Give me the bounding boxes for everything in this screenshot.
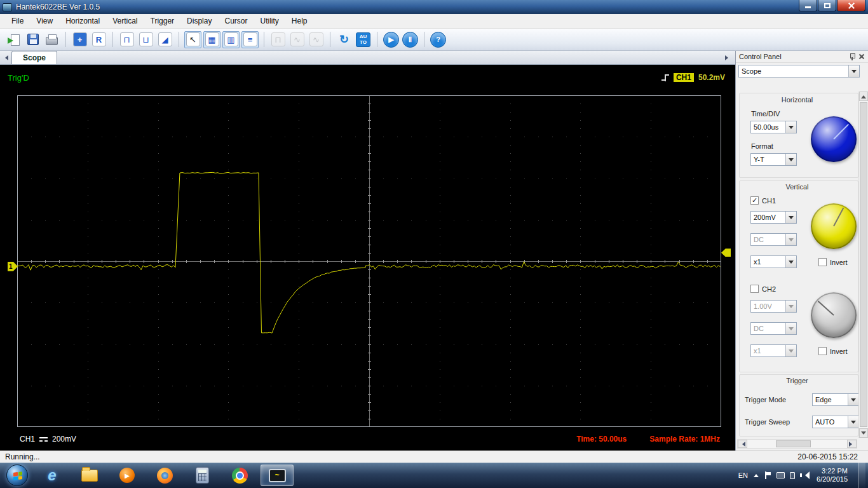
menu-item-view[interactable]: View: [30, 15, 59, 27]
menu-item-trigger[interactable]: Trigger: [144, 15, 181, 27]
chevron-down-icon: [785, 234, 796, 245]
taskbar: EN 3:22 PM 6/20/2015: [0, 463, 868, 488]
scroll-right-button[interactable]: [847, 440, 857, 448]
cursor-tool-button[interactable]: ↖: [184, 31, 201, 48]
minimize-button[interactable]: [799, 0, 817, 11]
print-icon: [46, 37, 58, 45]
square-wave-view-button[interactable]: ⊓: [118, 31, 135, 48]
horizontal-cursors-button[interactable]: ≡: [241, 31, 259, 48]
trigger-mode-value: Edge: [813, 396, 848, 403]
system-tray: EN 3:22 PM 6/20/2015: [738, 463, 867, 488]
pan-view-button[interactable]: +: [71, 31, 88, 48]
autoset-icon: AU TO: [356, 32, 370, 47]
record-button[interactable]: R: [90, 31, 107, 48]
toolbar-separator: [65, 32, 66, 47]
usb-device-icon[interactable]: [790, 472, 795, 479]
format-select[interactable]: Y-T: [750, 153, 797, 166]
menu-item-cursor[interactable]: Cursor: [218, 15, 254, 27]
ch1-volts-knob[interactable]: [811, 203, 857, 249]
autoset-button[interactable]: AU TO: [355, 31, 372, 48]
panel-close-icon[interactable]: [858, 53, 865, 60]
save-file-button[interactable]: [24, 31, 41, 48]
taskbar-firefox[interactable]: [148, 464, 181, 486]
ch2-volts-knob[interactable]: [811, 292, 857, 338]
close-button[interactable]: [837, 0, 865, 11]
scroll-down-button[interactable]: [859, 428, 868, 438]
function-select[interactable]: Scope: [738, 65, 860, 78]
show-desktop-button[interactable]: [858, 463, 865, 488]
taskbar-calculator[interactable]: [186, 464, 219, 486]
vertical-cursors-button[interactable]: ▥: [222, 31, 240, 48]
scrollbar-thumb[interactable]: [860, 102, 867, 427]
trigger-edge-icon: [661, 74, 669, 82]
menu-item-utility[interactable]: Utility: [254, 15, 285, 27]
taskbar-chrome[interactable]: [223, 464, 256, 486]
help-button[interactable]: ?: [430, 31, 447, 48]
ch1-coupling-select: DC: [750, 233, 797, 246]
refresh-button[interactable]: ↻: [336, 31, 353, 48]
scrollbar-thumb[interactable]: [776, 440, 811, 447]
menu-item-vertical[interactable]: Vertical: [106, 15, 144, 27]
tab-scroll-left-button[interactable]: [1, 53, 10, 63]
toolbar-separator: [179, 32, 179, 47]
ch1-volts-select[interactable]: 200mV: [750, 211, 797, 224]
status-text: Running...: [5, 452, 40, 461]
open-file-button[interactable]: [5, 31, 22, 48]
ch1-invert-label: Invert: [830, 259, 848, 266]
ch1-enable-checkbox[interactable]: CH1: [750, 196, 776, 205]
menu-item-display[interactable]: Display: [180, 15, 218, 27]
scroll-up-button[interactable]: [859, 92, 868, 101]
start-button[interactable]: [6, 464, 28, 486]
pause-acquisition-button[interactable]: Ⅱ: [402, 31, 419, 48]
print-button[interactable]: [43, 31, 60, 48]
tray-icons: [764, 471, 808, 479]
ch2-invert-checkbox[interactable]: Invert: [818, 347, 848, 355]
time-div-knob[interactable]: [811, 116, 857, 162]
tab-scope[interactable]: Scope: [11, 51, 57, 64]
action-center-flag-icon[interactable]: [764, 471, 771, 479]
taskbar-media-player[interactable]: [111, 464, 144, 486]
channel1-position-marker[interactable]: 1: [8, 262, 18, 271]
menu-item-horizontal[interactable]: Horizontal: [59, 15, 106, 27]
pin-icon[interactable]: [849, 53, 855, 60]
toolbar-separator: [112, 32, 113, 47]
chevron-down-icon: [848, 394, 858, 405]
panel-horizontal-scrollbar[interactable]: [737, 439, 857, 449]
grid-toggle-button[interactable]: ▦: [203, 31, 220, 48]
scroll-left-button[interactable]: [738, 440, 747, 448]
dual-window-view-button[interactable]: ⊔: [137, 31, 154, 48]
taskbar-hantek-app[interactable]: [261, 464, 294, 486]
display-icon[interactable]: [776, 472, 785, 478]
trigger-level-marker[interactable]: [721, 248, 731, 257]
control-panel-title: Control Panel: [739, 53, 782, 60]
panel-vertical-scrollbar[interactable]: [858, 92, 868, 438]
maximize-button[interactable]: [818, 0, 836, 11]
time-div-value: 50.00us: [751, 123, 785, 131]
channel-readout-scale: 200mV: [52, 435, 76, 444]
knob-pointer: [833, 124, 849, 140]
tab-scroll-right-button[interactable]: [724, 53, 732, 63]
toolbar-separator: [264, 32, 264, 47]
ramp-view-button[interactable]: ◢: [156, 31, 173, 48]
hidden-icons-chevron-icon[interactable]: [754, 474, 759, 477]
time-div-select[interactable]: 50.00us: [750, 121, 797, 133]
taskbar-apps: [36, 463, 298, 488]
language-indicator[interactable]: EN: [738, 471, 748, 479]
volume-icon[interactable]: [800, 471, 808, 479]
ch1-probe-select[interactable]: x1: [750, 255, 797, 268]
scope-display: Trig'D CH1 50.2mV 1 CH1 200mV: [0, 65, 735, 451]
menu-item-help[interactable]: Help: [285, 15, 314, 27]
trigger-channel-badge: CH1: [674, 73, 694, 82]
chevron-down-icon: [785, 345, 796, 356]
ch2-enable-checkbox[interactable]: CH2: [750, 285, 776, 293]
taskbar-clock[interactable]: 3:22 PM 6/20/2015: [817, 467, 848, 484]
taskbar-internet-explorer[interactable]: [36, 464, 69, 486]
trigger-mode-select[interactable]: Edge: [812, 393, 859, 406]
ch1-invert-checkbox[interactable]: Invert: [818, 258, 848, 266]
taskbar-windows-explorer[interactable]: [73, 464, 106, 486]
menu-item-file[interactable]: File: [5, 15, 30, 27]
trigger-sweep-select[interactable]: AUTO: [812, 416, 859, 428]
clock-time: 3:22 PM: [817, 467, 848, 475]
start-acquisition-button[interactable]: ▶: [383, 31, 400, 48]
horizontal-section-label: Horizontal: [736, 96, 858, 104]
